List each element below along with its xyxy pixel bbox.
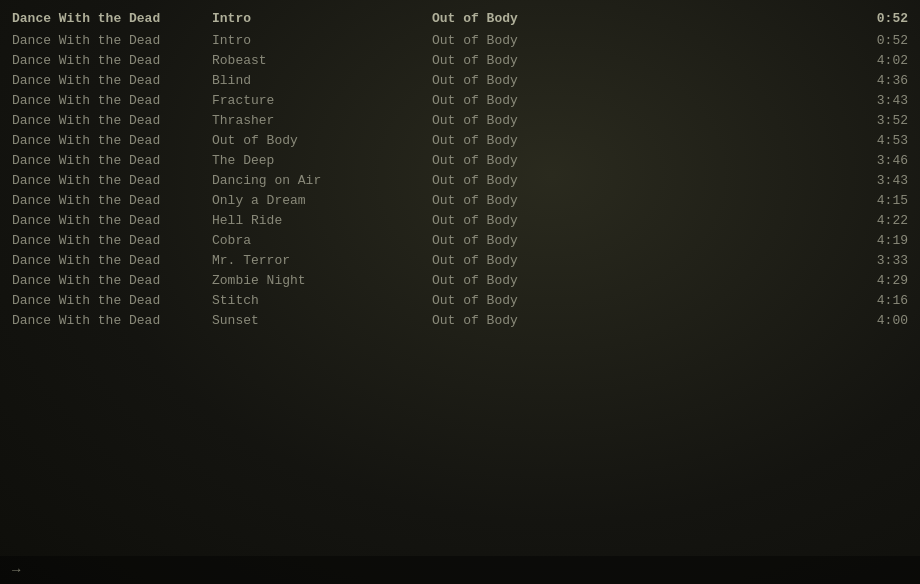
track-title: Mr. Terror (212, 253, 432, 268)
track-album: Out of Body (432, 193, 848, 208)
track-album: Out of Body (432, 93, 848, 108)
track-row[interactable]: Dance With the DeadThe DeepOut of Body3:… (0, 150, 920, 170)
track-title: Sunset (212, 313, 432, 328)
track-row[interactable]: Dance With the DeadIntroOut of Body0:52 (0, 30, 920, 50)
track-row[interactable]: Dance With the DeadThrasherOut of Body3:… (0, 110, 920, 130)
track-list-header: Dance With the Dead Intro Out of Body 0:… (0, 8, 920, 28)
track-duration: 0:52 (848, 33, 908, 48)
track-duration: 3:46 (848, 153, 908, 168)
track-duration: 4:16 (848, 293, 908, 308)
track-title: Dancing on Air (212, 173, 432, 188)
track-list: Dance With the Dead Intro Out of Body 0:… (0, 0, 920, 338)
track-album: Out of Body (432, 53, 848, 68)
track-title: Zombie Night (212, 273, 432, 288)
track-artist: Dance With the Dead (12, 273, 212, 288)
track-duration: 3:43 (848, 93, 908, 108)
track-duration: 4:00 (848, 313, 908, 328)
track-artist: Dance With the Dead (12, 293, 212, 308)
track-album: Out of Body (432, 113, 848, 128)
track-artist: Dance With the Dead (12, 133, 212, 148)
track-title: Robeast (212, 53, 432, 68)
header-title: Intro (212, 11, 432, 26)
track-artist: Dance With the Dead (12, 193, 212, 208)
track-duration: 3:33 (848, 253, 908, 268)
track-album: Out of Body (432, 233, 848, 248)
track-title: Only a Dream (212, 193, 432, 208)
track-artist: Dance With the Dead (12, 153, 212, 168)
track-album: Out of Body (432, 133, 848, 148)
track-artist: Dance With the Dead (12, 173, 212, 188)
track-duration: 4:36 (848, 73, 908, 88)
track-row[interactable]: Dance With the DeadMr. TerrorOut of Body… (0, 250, 920, 270)
track-album: Out of Body (432, 273, 848, 288)
track-artist: Dance With the Dead (12, 93, 212, 108)
track-artist: Dance With the Dead (12, 113, 212, 128)
track-duration: 4:02 (848, 53, 908, 68)
track-artist: Dance With the Dead (12, 233, 212, 248)
track-row[interactable]: Dance With the DeadHell RideOut of Body4… (0, 210, 920, 230)
track-row[interactable]: Dance With the DeadOut of BodyOut of Bod… (0, 130, 920, 150)
track-album: Out of Body (432, 173, 848, 188)
track-album: Out of Body (432, 33, 848, 48)
track-row[interactable]: Dance With the DeadSunsetOut of Body4:00 (0, 310, 920, 330)
track-artist: Dance With the Dead (12, 253, 212, 268)
track-duration: 3:52 (848, 113, 908, 128)
track-row[interactable]: Dance With the DeadFractureOut of Body3:… (0, 90, 920, 110)
track-title: Blind (212, 73, 432, 88)
track-album: Out of Body (432, 313, 848, 328)
track-duration: 4:53 (848, 133, 908, 148)
track-album: Out of Body (432, 293, 848, 308)
track-row[interactable]: Dance With the DeadRobeastOut of Body4:0… (0, 50, 920, 70)
header-artist: Dance With the Dead (12, 11, 212, 26)
track-artist: Dance With the Dead (12, 313, 212, 328)
track-album: Out of Body (432, 73, 848, 88)
track-title: Fracture (212, 93, 432, 108)
track-title: The Deep (212, 153, 432, 168)
track-row[interactable]: Dance With the DeadDancing on AirOut of … (0, 170, 920, 190)
track-album: Out of Body (432, 153, 848, 168)
track-title: Out of Body (212, 133, 432, 148)
track-duration: 3:43 (848, 173, 908, 188)
bottom-bar: → (0, 556, 920, 584)
track-artist: Dance With the Dead (12, 33, 212, 48)
track-artist: Dance With the Dead (12, 213, 212, 228)
track-album: Out of Body (432, 213, 848, 228)
track-duration: 4:29 (848, 273, 908, 288)
header-duration: 0:52 (848, 11, 908, 26)
header-album: Out of Body (432, 11, 848, 26)
track-title: Thrasher (212, 113, 432, 128)
track-duration: 4:19 (848, 233, 908, 248)
track-duration: 4:22 (848, 213, 908, 228)
track-title: Cobra (212, 233, 432, 248)
track-title: Intro (212, 33, 432, 48)
track-artist: Dance With the Dead (12, 53, 212, 68)
track-title: Hell Ride (212, 213, 432, 228)
track-row[interactable]: Dance With the DeadOnly a DreamOut of Bo… (0, 190, 920, 210)
arrow-icon: → (12, 562, 20, 578)
track-title: Stitch (212, 293, 432, 308)
track-row[interactable]: Dance With the DeadCobraOut of Body4:19 (0, 230, 920, 250)
track-artist: Dance With the Dead (12, 73, 212, 88)
track-row[interactable]: Dance With the DeadBlindOut of Body4:36 (0, 70, 920, 90)
track-row[interactable]: Dance With the DeadZombie NightOut of Bo… (0, 270, 920, 290)
track-duration: 4:15 (848, 193, 908, 208)
track-row[interactable]: Dance With the DeadStitchOut of Body4:16 (0, 290, 920, 310)
track-album: Out of Body (432, 253, 848, 268)
